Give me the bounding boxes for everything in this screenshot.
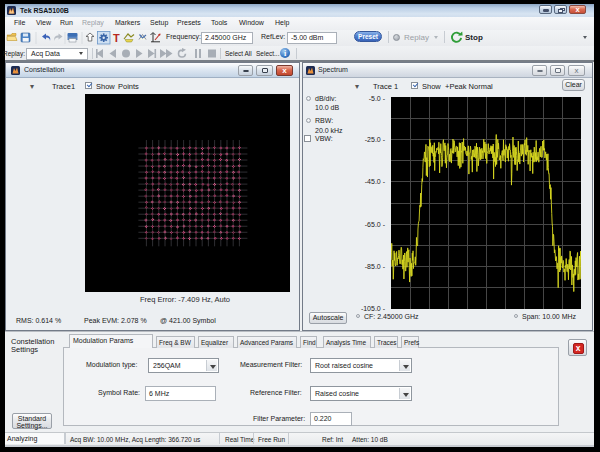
svg-text:T: T xyxy=(113,32,120,44)
